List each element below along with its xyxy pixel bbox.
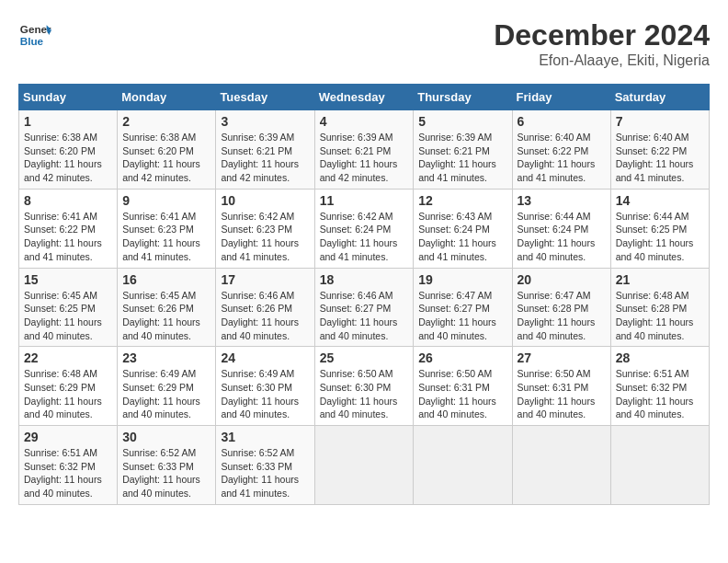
day-info: Sunrise: 6:45 AMSunset: 6:25 PMDaylight:… <box>24 289 112 343</box>
day-info: Sunrise: 6:42 AMSunset: 6:23 PMDaylight:… <box>221 210 309 264</box>
calendar-cell: 2Sunrise: 6:38 AMSunset: 6:20 PMDaylight… <box>118 110 216 190</box>
day-number: 25 <box>320 350 409 365</box>
day-header-wednesday: Wednesday <box>314 85 414 110</box>
calendar-cell <box>610 426 709 505</box>
calendar-cell <box>512 426 610 505</box>
day-info: Sunrise: 6:39 AMSunset: 6:21 PMDaylight:… <box>418 131 506 185</box>
day-number: 6 <box>518 114 606 129</box>
calendar-cell <box>314 426 414 505</box>
month-title: December 2024 <box>494 18 710 52</box>
day-info: Sunrise: 6:52 AMSunset: 6:33 PMDaylight:… <box>221 446 309 500</box>
day-info: Sunrise: 6:48 AMSunset: 6:29 PMDaylight:… <box>24 367 112 421</box>
day-info: Sunrise: 6:41 AMSunset: 6:23 PMDaylight:… <box>122 210 210 264</box>
calendar-cell: 22Sunrise: 6:48 AMSunset: 6:29 PMDayligh… <box>19 347 118 426</box>
day-header-thursday: Thursday <box>414 85 512 110</box>
day-info: Sunrise: 6:50 AMSunset: 6:31 PMDaylight:… <box>418 367 506 421</box>
day-number: 7 <box>616 114 704 129</box>
calendar-cell: 4Sunrise: 6:39 AMSunset: 6:21 PMDaylight… <box>314 110 414 190</box>
calendar-cell: 5Sunrise: 6:39 AMSunset: 6:21 PMDaylight… <box>414 110 512 190</box>
calendar-cell: 9Sunrise: 6:41 AMSunset: 6:23 PMDaylight… <box>118 189 216 268</box>
day-info: Sunrise: 6:38 AMSunset: 6:20 PMDaylight:… <box>122 131 210 185</box>
day-number: 17 <box>221 272 309 287</box>
day-info: Sunrise: 6:46 AMSunset: 6:26 PMDaylight:… <box>221 289 309 343</box>
day-info: Sunrise: 6:40 AMSunset: 6:22 PMDaylight:… <box>616 131 704 185</box>
calendar-cell: 20Sunrise: 6:47 AMSunset: 6:28 PMDayligh… <box>512 268 610 347</box>
day-info: Sunrise: 6:42 AMSunset: 6:24 PMDaylight:… <box>320 210 409 264</box>
calendar-cell: 16Sunrise: 6:45 AMSunset: 6:26 PMDayligh… <box>118 268 216 347</box>
day-info: Sunrise: 6:41 AMSunset: 6:22 PMDaylight:… <box>24 210 112 264</box>
day-header-monday: Monday <box>118 85 216 110</box>
calendar-cell: 21Sunrise: 6:48 AMSunset: 6:28 PMDayligh… <box>610 268 709 347</box>
day-header-sunday: Sunday <box>19 85 118 110</box>
day-number: 9 <box>122 193 210 208</box>
day-info: Sunrise: 6:49 AMSunset: 6:29 PMDaylight:… <box>122 367 210 421</box>
calendar-cell: 15Sunrise: 6:45 AMSunset: 6:25 PMDayligh… <box>19 268 118 347</box>
calendar-week-row: 22Sunrise: 6:48 AMSunset: 6:29 PMDayligh… <box>19 347 710 426</box>
day-info: Sunrise: 6:50 AMSunset: 6:30 PMDaylight:… <box>320 367 409 421</box>
day-info: Sunrise: 6:38 AMSunset: 6:20 PMDaylight:… <box>24 131 112 185</box>
day-header-saturday: Saturday <box>610 85 709 110</box>
day-number: 31 <box>221 430 309 444</box>
logo-icon: General Blue <box>18 18 51 52</box>
day-header-friday: Friday <box>512 85 610 110</box>
day-number: 4 <box>320 114 409 129</box>
calendar-cell: 30Sunrise: 6:52 AMSunset: 6:33 PMDayligh… <box>118 426 216 505</box>
calendar-cell: 28Sunrise: 6:51 AMSunset: 6:32 PMDayligh… <box>610 347 709 426</box>
day-number: 19 <box>418 272 506 287</box>
day-info: Sunrise: 6:50 AMSunset: 6:31 PMDaylight:… <box>518 367 606 421</box>
day-number: 21 <box>616 272 704 287</box>
calendar-header-row: SundayMondayTuesdayWednesdayThursdayFrid… <box>19 85 710 110</box>
page-header: General Blue December 2024 Efon-Alaaye, … <box>18 18 710 69</box>
day-info: Sunrise: 6:49 AMSunset: 6:30 PMDaylight:… <box>221 367 309 421</box>
calendar-cell: 1Sunrise: 6:38 AMSunset: 6:20 PMDaylight… <box>19 110 118 190</box>
calendar-cell: 19Sunrise: 6:47 AMSunset: 6:27 PMDayligh… <box>414 268 512 347</box>
day-info: Sunrise: 6:39 AMSunset: 6:21 PMDaylight:… <box>320 131 409 185</box>
day-number: 1 <box>24 114 112 129</box>
day-info: Sunrise: 6:48 AMSunset: 6:28 PMDaylight:… <box>616 289 704 343</box>
day-info: Sunrise: 6:43 AMSunset: 6:24 PMDaylight:… <box>418 210 506 264</box>
day-info: Sunrise: 6:47 AMSunset: 6:27 PMDaylight:… <box>418 289 506 343</box>
day-number: 27 <box>518 350 606 365</box>
calendar-cell: 6Sunrise: 6:40 AMSunset: 6:22 PMDaylight… <box>512 110 610 190</box>
location-title: Efon-Alaaye, Ekiti, Nigeria <box>494 52 710 69</box>
day-info: Sunrise: 6:51 AMSunset: 6:32 PMDaylight:… <box>616 367 704 421</box>
day-number: 2 <box>122 114 210 129</box>
day-info: Sunrise: 6:39 AMSunset: 6:21 PMDaylight:… <box>221 131 309 185</box>
day-info: Sunrise: 6:40 AMSunset: 6:22 PMDaylight:… <box>518 131 606 185</box>
calendar-cell: 14Sunrise: 6:44 AMSunset: 6:25 PMDayligh… <box>610 189 709 268</box>
calendar-cell: 3Sunrise: 6:39 AMSunset: 6:21 PMDaylight… <box>216 110 314 190</box>
calendar-cell: 29Sunrise: 6:51 AMSunset: 6:32 PMDayligh… <box>19 426 118 505</box>
day-info: Sunrise: 6:44 AMSunset: 6:24 PMDaylight:… <box>518 210 606 264</box>
day-number: 3 <box>221 114 309 129</box>
calendar-week-row: 15Sunrise: 6:45 AMSunset: 6:25 PMDayligh… <box>19 268 710 347</box>
day-number: 28 <box>616 350 704 365</box>
day-number: 30 <box>122 430 210 444</box>
day-number: 5 <box>418 114 506 129</box>
svg-text:Blue: Blue <box>20 35 44 47</box>
day-info: Sunrise: 6:45 AMSunset: 6:26 PMDaylight:… <box>122 289 210 343</box>
calendar-cell: 27Sunrise: 6:50 AMSunset: 6:31 PMDayligh… <box>512 347 610 426</box>
calendar-cell: 11Sunrise: 6:42 AMSunset: 6:24 PMDayligh… <box>314 189 414 268</box>
day-number: 20 <box>518 272 606 287</box>
day-number: 26 <box>418 350 506 365</box>
day-number: 29 <box>24 430 112 444</box>
day-number: 24 <box>221 350 309 365</box>
day-number: 14 <box>616 193 704 208</box>
title-block: December 2024 Efon-Alaaye, Ekiti, Nigeri… <box>494 18 710 69</box>
day-info: Sunrise: 6:51 AMSunset: 6:32 PMDaylight:… <box>24 446 112 500</box>
day-info: Sunrise: 6:52 AMSunset: 6:33 PMDaylight:… <box>122 446 210 500</box>
day-number: 16 <box>122 272 210 287</box>
calendar-cell: 7Sunrise: 6:40 AMSunset: 6:22 PMDaylight… <box>610 110 709 190</box>
day-number: 8 <box>24 193 112 208</box>
calendar-cell: 18Sunrise: 6:46 AMSunset: 6:27 PMDayligh… <box>314 268 414 347</box>
calendar-cell: 8Sunrise: 6:41 AMSunset: 6:22 PMDaylight… <box>19 189 118 268</box>
day-number: 15 <box>24 272 112 287</box>
calendar-cell: 31Sunrise: 6:52 AMSunset: 6:33 PMDayligh… <box>216 426 314 505</box>
calendar-cell: 23Sunrise: 6:49 AMSunset: 6:29 PMDayligh… <box>118 347 216 426</box>
day-number: 22 <box>24 350 112 365</box>
calendar-table: SundayMondayTuesdayWednesdayThursdayFrid… <box>18 84 710 505</box>
day-number: 23 <box>122 350 210 365</box>
day-number: 10 <box>221 193 309 208</box>
calendar-cell: 26Sunrise: 6:50 AMSunset: 6:31 PMDayligh… <box>414 347 512 426</box>
day-info: Sunrise: 6:47 AMSunset: 6:28 PMDaylight:… <box>518 289 606 343</box>
